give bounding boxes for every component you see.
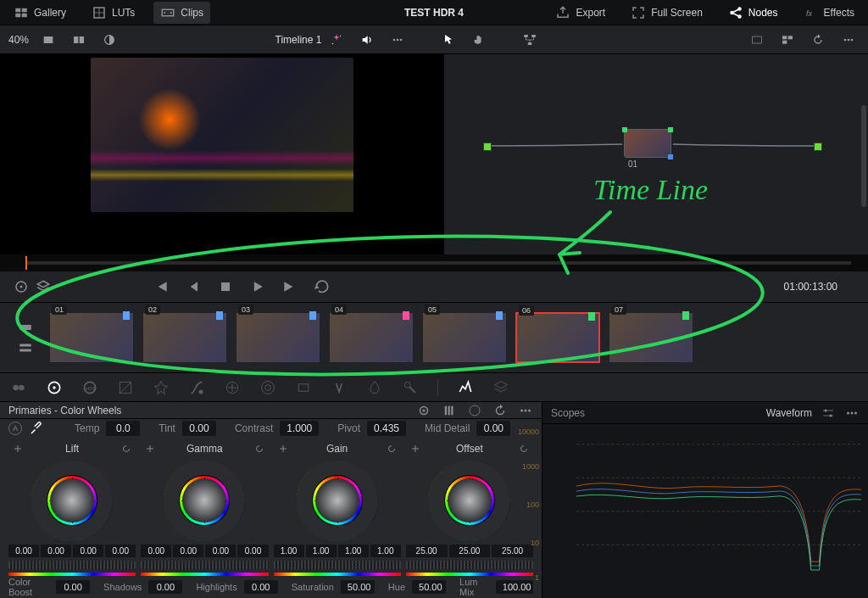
wheel-mode-log-icon[interactable] xyxy=(467,403,482,418)
clip-thumbnail[interactable]: 03 xyxy=(236,312,320,363)
clip-thumbnail[interactable]: 06 xyxy=(515,312,600,363)
wheel-reset-small-icon[interactable] xyxy=(119,441,134,456)
wheel-value[interactable]: 1.00 xyxy=(370,545,401,557)
grid-icon[interactable] xyxy=(746,29,768,51)
loop-icon[interactable] xyxy=(314,278,331,295)
scopes-toggle-icon[interactable] xyxy=(457,379,474,396)
next-clip-icon[interactable] xyxy=(281,278,298,295)
clip-thumbnail[interactable]: 04 xyxy=(329,312,414,363)
blur-icon[interactable] xyxy=(366,379,383,396)
color-wheel[interactable] xyxy=(429,460,510,541)
rgb-mixer-icon[interactable] xyxy=(117,379,134,396)
wheel-mode-dot-icon[interactable] xyxy=(416,403,431,418)
node-input-dot[interactable] xyxy=(483,143,492,151)
pointer-icon[interactable] xyxy=(437,29,459,51)
layers-icon[interactable] xyxy=(36,279,51,294)
wheel-value[interactable]: 0.00 xyxy=(237,545,268,557)
scopes-mode[interactable]: Waveform xyxy=(766,407,812,419)
clip-thumbnail[interactable]: 05 xyxy=(422,312,507,363)
wheel-value[interactable]: 25.00 xyxy=(406,545,448,557)
wheel-value[interactable]: 0.00 xyxy=(73,545,103,557)
tracker-icon[interactable] xyxy=(331,379,348,396)
highlights-value[interactable]: 0.00 xyxy=(244,580,278,594)
wheel-jog[interactable] xyxy=(8,561,136,569)
clips-button[interactable]: Clips xyxy=(153,2,210,24)
color-wheels-icon[interactable] xyxy=(46,379,63,396)
play-icon[interactable] xyxy=(249,278,266,295)
timecode-display[interactable]: 01:00:13:00 xyxy=(784,281,837,293)
motion-icon[interactable] xyxy=(153,379,170,396)
contrast-value[interactable]: 1.000 xyxy=(280,421,319,436)
export-button[interactable]: Export xyxy=(548,2,612,24)
info-icon[interactable] xyxy=(492,379,509,396)
node-out-port[interactable] xyxy=(668,127,673,132)
wheel-expand-icon[interactable] xyxy=(142,441,158,456)
node-output-dot[interactable] xyxy=(814,143,822,151)
color-node-01[interactable]: 01 xyxy=(624,129,671,158)
wheel-jog[interactable] xyxy=(406,561,533,569)
zoom-level[interactable]: 40% xyxy=(8,34,29,46)
auto-icon[interactable]: A xyxy=(8,422,22,435)
wheel-value[interactable]: 0.00 xyxy=(8,545,39,557)
middetail-value[interactable]: 0.00 xyxy=(476,421,510,436)
clip-thumbnail[interactable]: 07 xyxy=(609,312,693,363)
effects-button[interactable]: fx Effects xyxy=(797,2,861,24)
node-layout-icon[interactable] xyxy=(519,29,541,51)
playhead[interactable] xyxy=(25,256,27,270)
tint-value[interactable]: 0.00 xyxy=(182,421,216,436)
color-wheel[interactable] xyxy=(31,460,113,541)
warper-icon[interactable] xyxy=(224,379,241,396)
color-wheel[interactable] xyxy=(164,460,245,541)
wheel-reset-small-icon[interactable] xyxy=(252,441,267,456)
gallery-button[interactable]: Gallery xyxy=(7,2,73,24)
stop-icon[interactable] xyxy=(217,278,234,295)
wheel-reset-icon[interactable] xyxy=(492,403,508,418)
wheel-jog[interactable] xyxy=(141,561,268,569)
nodes-button[interactable]: Nodes xyxy=(721,2,785,24)
curves-icon[interactable] xyxy=(188,379,205,396)
fullscreen-button[interactable]: Full Screen xyxy=(624,2,709,24)
wheel-reset-small-icon[interactable] xyxy=(516,441,531,456)
target-icon[interactable] xyxy=(14,279,29,294)
prev-clip-icon[interactable] xyxy=(153,278,170,295)
hue-value[interactable]: 50.00 xyxy=(412,580,446,594)
clip-view-icon[interactable] xyxy=(18,320,33,335)
wheel-value[interactable]: 0.00 xyxy=(141,545,171,557)
key-icon[interactable] xyxy=(402,379,419,396)
wheel-expand-icon[interactable] xyxy=(10,441,25,456)
color-wheel[interactable] xyxy=(297,460,378,541)
dual-view-icon[interactable] xyxy=(68,29,90,51)
camera-raw-icon[interactable] xyxy=(10,379,27,396)
reset-icon[interactable] xyxy=(807,29,829,51)
colorboost-value[interactable]: 0.00 xyxy=(56,580,90,594)
wheel-value[interactable]: 25.00 xyxy=(449,545,491,557)
more-nodes-icon[interactable] xyxy=(837,29,860,51)
clip-thumbnail[interactable]: 01 xyxy=(49,312,134,363)
node-in-port[interactable] xyxy=(622,127,627,132)
scopes-more-icon[interactable] xyxy=(844,405,860,421)
highlight-icon[interactable] xyxy=(98,29,120,51)
hdr-icon[interactable]: HDR xyxy=(81,379,98,396)
wheel-value[interactable]: 0.00 xyxy=(41,545,71,557)
node-alpha-port[interactable] xyxy=(668,154,673,159)
hand-icon[interactable] xyxy=(468,29,490,51)
wheel-expand-icon[interactable] xyxy=(275,441,291,456)
shadows-value[interactable]: 0.00 xyxy=(148,580,182,594)
pivot-value[interactable]: 0.435 xyxy=(367,421,406,436)
node-scrollbar[interactable] xyxy=(861,105,866,207)
wheel-reset-small-icon[interactable] xyxy=(384,441,399,456)
wheel-value[interactable]: 0.00 xyxy=(173,545,203,557)
scopes-settings-icon[interactable] xyxy=(821,405,836,421)
step-back-icon[interactable] xyxy=(185,278,202,295)
qualifier-icon[interactable] xyxy=(259,379,276,396)
wheel-expand-icon[interactable] xyxy=(408,441,423,456)
thumb-icon[interactable] xyxy=(776,29,798,51)
clip-track-icon[interactable] xyxy=(18,340,33,355)
wheel-value[interactable]: 0.00 xyxy=(105,545,136,557)
window-icon[interactable] xyxy=(295,379,312,396)
wheel-value[interactable]: 1.00 xyxy=(274,545,304,557)
saturation-value[interactable]: 50.00 xyxy=(341,580,375,594)
clip-thumbnail[interactable]: 02 xyxy=(142,312,227,363)
wheel-value[interactable]: 0.00 xyxy=(205,545,236,557)
temp-value[interactable]: 0.0 xyxy=(106,421,140,436)
